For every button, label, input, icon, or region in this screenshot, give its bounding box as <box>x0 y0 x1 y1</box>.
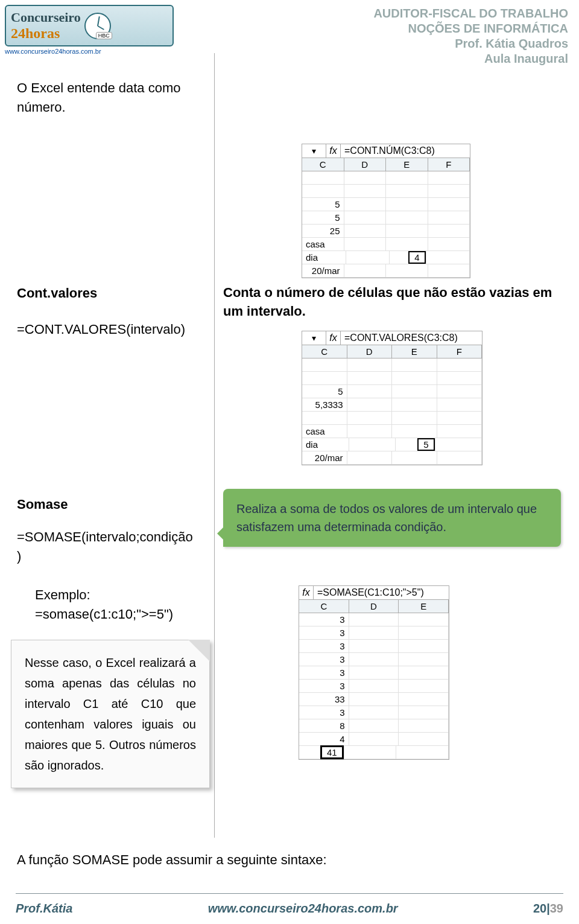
footer: Prof.Kátia www.concurseiro24horas.com.br… <box>16 902 563 916</box>
col-F: F <box>428 158 470 171</box>
excel-contvalores: ▾ fx =CONT.VALORES(C3:C8) C D E F 5 5,33… <box>302 331 482 465</box>
logo-line1: Concurseiro <box>11 10 81 25</box>
cell: 33 <box>299 693 349 706</box>
cell: 3 <box>299 626 349 640</box>
cell: 3 <box>299 640 349 653</box>
col-C: C <box>302 158 344 171</box>
cell: 5,3333 <box>302 398 347 412</box>
col-C: C <box>299 600 349 613</box>
contvalores-title: Cont.valores <box>17 284 204 303</box>
logo-tag: HBC <box>96 32 112 39</box>
cell: casa <box>302 425 347 438</box>
cell: 3 <box>299 706 349 719</box>
col-D: D <box>344 158 387 171</box>
clock-icon: HBC <box>84 13 111 39</box>
cell: 3 <box>299 613 349 626</box>
fx-icon: fx <box>299 586 314 599</box>
cell: 3 <box>299 653 349 666</box>
excel-contnum: ▾ fx =CONT.NÚM(C3:C8) C D E F 5 5 25 cas… <box>302 144 470 278</box>
formula-bar: =CONT.VALORES(C3:C8) <box>341 331 482 345</box>
cell: 3 <box>299 666 349 680</box>
example-code: =somase(c1:c10;">=5") <box>35 605 222 624</box>
cell: 5 <box>302 385 347 398</box>
col-D: D <box>347 345 393 358</box>
col-E: E <box>386 158 428 171</box>
contvalores-syntax: =CONT.VALORES(intervalo) <box>17 320 204 339</box>
column-divider <box>214 53 215 838</box>
intro-paragraph: O Excel entende data como número. <box>17 78 204 117</box>
cell: dia <box>302 251 346 264</box>
dropdown-icon: ▾ <box>302 331 326 345</box>
cell: 25 <box>302 225 344 238</box>
header-line2: NOÇÕES DE INFORMÁTICA <box>373 21 568 36</box>
cell: 4 <box>299 733 349 746</box>
page-header: AUDITOR-FISCAL DO TRABALHO NOÇÕES DE INF… <box>373 6 568 66</box>
somase-note: Nesse caso, o Excel realizará a soma ape… <box>11 640 210 788</box>
cell: 5 <box>302 198 344 211</box>
footer-url: www.concurseiro24horas.com.br <box>208 902 398 916</box>
header-line1: AUDITOR-FISCAL DO TRABALHO <box>373 6 568 21</box>
somase-title: Somase <box>17 495 204 514</box>
footer-author: Prof.Kátia <box>16 902 72 916</box>
cell: 20/mar <box>302 264 344 278</box>
cell: casa <box>302 238 344 251</box>
fx-icon: fx <box>326 331 341 345</box>
contvalores-desc: Conta o número de células que não estão … <box>223 284 561 321</box>
excel-somase: fx =SOMASE(C1:C10;">5") C D E 3 3 3 3 3 … <box>299 585 449 760</box>
header-line4: Aula Inaugural <box>373 51 568 66</box>
somase-syntax1: =SOMASE(intervalo;condição <box>17 527 204 547</box>
formula-bar: =SOMASE(C1:C10;">5") <box>314 586 449 599</box>
logo-line2: 24horas <box>11 25 81 42</box>
col-E: E <box>399 600 449 613</box>
example-label: Exemplo: <box>35 585 222 605</box>
logo: Concurseiro 24horas HBC www.concurseiro2… <box>5 5 174 55</box>
cell: 8 <box>299 719 349 733</box>
somase-syntax2: ) <box>17 547 204 566</box>
col-F: F <box>437 345 482 358</box>
cell: dia <box>302 438 349 451</box>
dropdown-icon: ▾ <box>302 144 326 158</box>
page-current: 20 <box>533 902 546 915</box>
formula-bar: =CONT.NÚM(C3:C8) <box>341 144 470 158</box>
cell: 20/mar <box>302 451 347 465</box>
result-cell: 5 <box>417 438 434 451</box>
footer-page: 20|39 <box>533 902 563 916</box>
cell: 5 <box>302 211 344 225</box>
bottom-sentence: A função SOMASE pode assumir a seguinte … <box>17 851 327 870</box>
col-C: C <box>302 345 347 358</box>
col-E: E <box>392 345 437 358</box>
page-total: 39 <box>550 902 563 915</box>
col-D: D <box>349 600 399 613</box>
somase-callout: Realiza a soma de todos os valores de um… <box>223 489 561 547</box>
fx-icon: fx <box>326 144 341 158</box>
cell: 3 <box>299 680 349 693</box>
result-cell: 4 <box>408 251 425 264</box>
logo-url: www.concurseiro24horas.com.br <box>5 48 174 55</box>
result-cell: 41 <box>320 745 344 759</box>
footer-rule <box>16 893 563 894</box>
header-line3: Prof. Kátia Quadros <box>373 36 568 51</box>
